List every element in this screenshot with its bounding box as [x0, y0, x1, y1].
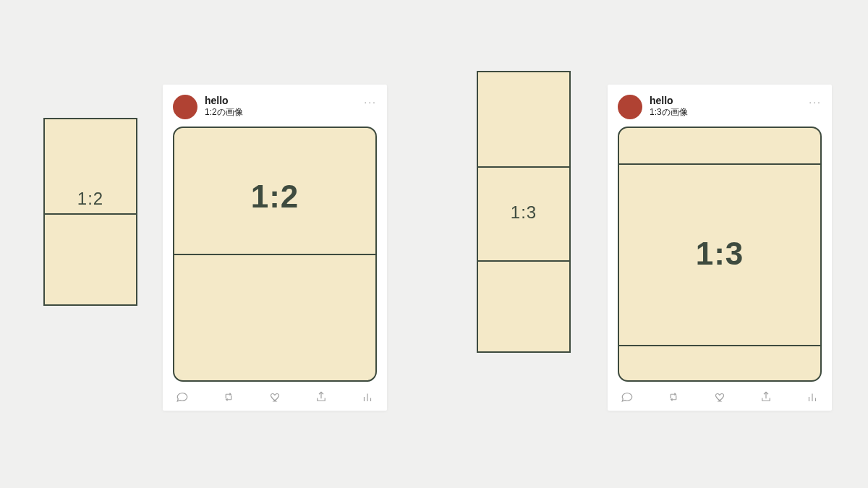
ratio-swatch-1-2: 1:2 — [43, 118, 137, 306]
share-icon[interactable] — [760, 390, 773, 403]
ratio-swatch-1-3: 1:3 — [477, 71, 571, 353]
username[interactable]: hello — [650, 95, 688, 107]
analytics-icon[interactable] — [806, 390, 819, 403]
like-icon[interactable] — [268, 390, 281, 403]
retweet-icon[interactable] — [667, 390, 680, 403]
post-caption: 1:3の画像 — [650, 107, 688, 117]
post-meta: hello 1:2の画像 — [205, 95, 243, 117]
username[interactable]: hello — [205, 95, 243, 107]
ratio-label: 1:3 — [511, 202, 537, 223]
post-header: hello 1:3の画像 ··· — [618, 95, 822, 119]
more-icon[interactable]: ··· — [809, 96, 822, 108]
media-ratio-label: 1:3 — [696, 236, 744, 272]
like-icon[interactable] — [713, 390, 726, 403]
post-media-1-3[interactable]: 1:3 — [618, 127, 822, 382]
share-icon[interactable] — [315, 390, 328, 403]
post-actions — [618, 390, 822, 403]
more-icon[interactable]: ··· — [364, 96, 377, 108]
post-meta: hello 1:3の画像 — [650, 95, 688, 117]
post-media-1-2[interactable]: 1:2 — [173, 127, 377, 382]
retweet-icon[interactable] — [222, 390, 235, 403]
post-actions — [173, 390, 377, 403]
avatar[interactable] — [618, 95, 642, 119]
reply-icon[interactable] — [176, 390, 189, 403]
analytics-icon[interactable] — [361, 390, 374, 403]
ratio-label: 1:2 — [77, 189, 103, 209]
post-card-1-3: hello 1:3の画像 ··· 1:3 — [608, 85, 832, 411]
post-card-1-2: hello 1:2の画像 ··· 1:2 — [163, 85, 387, 411]
post-caption: 1:2の画像 — [205, 107, 243, 117]
avatar[interactable] — [173, 95, 197, 119]
media-ratio-label: 1:2 — [251, 179, 299, 215]
reply-icon[interactable] — [621, 390, 634, 403]
post-header: hello 1:2の画像 ··· — [173, 95, 377, 119]
